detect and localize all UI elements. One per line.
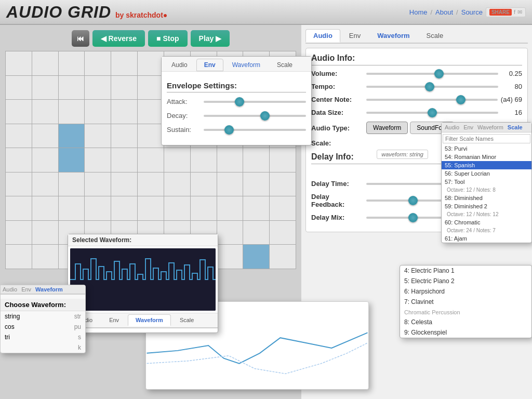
grid-cell[interactable] — [59, 124, 85, 148]
grid-cell[interactable] — [59, 100, 85, 124]
tempo-thumb[interactable] — [425, 82, 434, 91]
grid-cell[interactable] — [111, 76, 137, 100]
scale-item-60[interactable]: 60: Chromatic — [442, 218, 531, 227]
volume-thumb[interactable] — [434, 69, 444, 78]
grid-cell[interactable] — [32, 76, 58, 100]
scale-item-55[interactable]: 55: Spanish — [442, 161, 531, 169]
decay-slider[interactable] — [204, 115, 306, 117]
attack-thumb[interactable] — [235, 97, 244, 107]
grid-cell[interactable] — [270, 245, 296, 269]
sustain-thumb[interactable] — [224, 125, 234, 135]
grid-cell[interactable] — [32, 100, 58, 124]
tab-scale[interactable]: Scale — [419, 29, 451, 43]
grid-cell[interactable] — [138, 148, 164, 172]
cw-tab-audio[interactable]: Audio — [3, 286, 17, 292]
home-link[interactable]: Home — [409, 8, 428, 16]
grid-cell[interactable] — [111, 124, 137, 148]
grid-cell[interactable] — [111, 100, 137, 124]
soundfont-item-6[interactable]: 6: Harpsichord — [400, 286, 531, 297]
play-button[interactable]: Play ▶ — [191, 30, 230, 47]
env-tab-waveform[interactable]: Waveform — [224, 59, 268, 71]
about-link[interactable]: About — [435, 8, 453, 16]
grid-cell[interactable] — [111, 51, 137, 75]
tab-waveform[interactable]: Waveform — [369, 29, 417, 43]
grid-cell[interactable] — [85, 196, 111, 220]
volume-slider[interactable] — [366, 73, 498, 75]
grid-cell[interactable] — [59, 172, 85, 196]
tempo-slider[interactable] — [366, 86, 498, 88]
scale-filter-input[interactable] — [443, 134, 530, 143]
grid-cell[interactable] — [59, 148, 85, 172]
scale-item-59[interactable]: 59: Diminished 2 — [442, 202, 531, 210]
grid-cell[interactable] — [59, 196, 85, 220]
scale-item-53[interactable]: 53: Purvi — [442, 144, 531, 153]
grid-cell[interactable] — [111, 196, 137, 220]
soundfont-item-4[interactable]: 4: Electric Piano 1 — [400, 265, 531, 276]
grid-cell[interactable] — [85, 76, 111, 100]
grid-cell[interactable] — [270, 221, 296, 245]
delay-feedback-thumb[interactable] — [408, 196, 418, 205]
grid-cell[interactable] — [217, 221, 243, 245]
grid-cell[interactable] — [6, 100, 32, 124]
grid-cell[interactable] — [59, 76, 85, 100]
wf-tab-env[interactable]: Env — [101, 314, 127, 326]
soundfont-item-8[interactable]: 8: Celesta — [400, 317, 531, 327]
grid-cell[interactable] — [32, 148, 58, 172]
grid-cell[interactable] — [164, 196, 190, 220]
scale-tab-audio[interactable]: Audio — [445, 124, 459, 130]
waveform-list-item-tri[interactable]: tri s — [1, 332, 85, 342]
grid-cell[interactable] — [6, 148, 32, 172]
grid-cell[interactable] — [243, 245, 269, 269]
grid-cell[interactable] — [59, 51, 85, 75]
cw-tab-waveform[interactable]: Waveform — [35, 286, 63, 292]
scale-tab-scale[interactable]: Scale — [508, 124, 523, 130]
tab-env[interactable]: Env — [341, 29, 368, 43]
waveform-type-btn[interactable]: Waveform — [366, 122, 408, 134]
grid-cell[interactable] — [217, 172, 243, 196]
data-size-thumb[interactable] — [428, 108, 437, 117]
grid-cell[interactable] — [191, 172, 217, 196]
waveform-list-item-string[interactable]: string str — [1, 311, 85, 322]
grid-cell[interactable] — [217, 196, 243, 220]
source-link[interactable]: Source — [461, 8, 483, 16]
cw-tab-env[interactable]: Env — [21, 286, 31, 292]
grid-cell[interactable] — [191, 196, 217, 220]
decay-thumb[interactable] — [260, 111, 270, 121]
grid-cell[interactable] — [270, 172, 296, 196]
reverse-button[interactable]: ◀ Reverse — [92, 30, 145, 47]
grid-cell[interactable] — [32, 124, 58, 148]
soundfont-item-7[interactable]: 7: Clavinet — [400, 297, 531, 307]
grid-cell[interactable] — [111, 148, 137, 172]
grid-cell[interactable] — [138, 100, 164, 124]
scale-tab-waveform[interactable]: Waveform — [477, 124, 503, 130]
grid-cell[interactable] — [164, 172, 190, 196]
attack-slider[interactable] — [204, 101, 306, 103]
grid-cell[interactable] — [111, 172, 137, 196]
grid-cell[interactable] — [32, 196, 58, 220]
grid-cell[interactable] — [6, 76, 32, 100]
grid-cell[interactable] — [243, 221, 269, 245]
scale-item-56[interactable]: 56: Super Locrian — [442, 169, 531, 178]
env-tab-env[interactable]: Env — [196, 59, 223, 71]
grid-cell[interactable] — [243, 196, 269, 220]
grid-cell[interactable] — [85, 172, 111, 196]
grid-cell[interactable] — [6, 245, 32, 269]
scale-tab-env[interactable]: Env — [463, 124, 473, 130]
grid-cell[interactable] — [191, 148, 217, 172]
grid-cell[interactable] — [6, 196, 32, 220]
grid-cell[interactable] — [217, 148, 243, 172]
grid-cell[interactable] — [6, 221, 32, 245]
grid-cell[interactable] — [85, 148, 111, 172]
scale-item-54[interactable]: 54: Romanian Minor — [442, 153, 531, 161]
grid-cell[interactable] — [270, 148, 296, 172]
rewind-button[interactable]: ⏮ — [72, 30, 89, 47]
waveform-list-item-k[interactable]: k — [1, 342, 85, 353]
soundfont-item-9[interactable]: 9: Glockenspiel — [400, 327, 531, 338]
tab-audio[interactable]: Audio — [305, 29, 340, 43]
grid-cell[interactable] — [164, 148, 190, 172]
grid-cell[interactable] — [138, 124, 164, 148]
grid-cell[interactable] — [138, 196, 164, 220]
scale-item-58[interactable]: 58: Diminished — [442, 194, 531, 202]
share-button[interactable]: SHARE f ✉ — [486, 7, 526, 17]
grid-cell[interactable] — [243, 172, 269, 196]
